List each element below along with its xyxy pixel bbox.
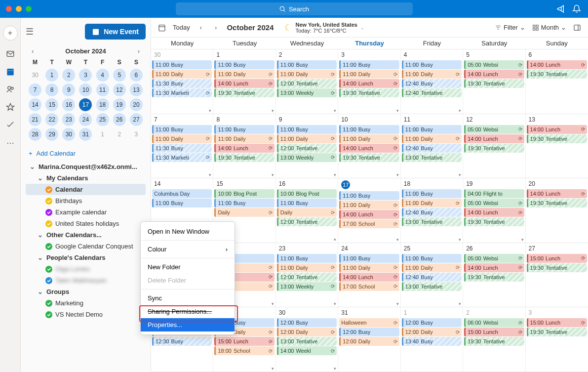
day-cell[interactable]: 1904:00Flight to05:00Websi⟳14:00Lunch⟳19… xyxy=(463,178,525,243)
event[interactable]: 11:00Busy xyxy=(402,60,462,69)
calendar-item[interactable]: Talen Malkhasyan xyxy=(26,275,146,286)
event[interactable]: 11:00Daily⟳ xyxy=(214,70,274,79)
mini-day[interactable]: 20 xyxy=(130,98,143,111)
more-events-icon[interactable]: ▾ xyxy=(396,172,399,177)
mini-day[interactable]: 2 xyxy=(62,69,75,82)
event[interactable]: 12:00Tentative xyxy=(277,217,337,226)
event[interactable]: 11:00Daily⟳ xyxy=(402,199,462,207)
event[interactable]: 05:00Websi⟳ xyxy=(464,125,524,134)
mini-day[interactable]: 10 xyxy=(79,83,92,96)
event[interactable]: 13:00Weekly⟳ xyxy=(277,153,337,162)
groups-item[interactable]: ⌄Groups xyxy=(26,286,146,297)
more-events-icon[interactable]: ▾ xyxy=(272,366,274,371)
mini-day[interactable]: 24 xyxy=(79,113,92,126)
event[interactable]: 11:00Busy xyxy=(152,199,212,207)
today-button[interactable]: Today xyxy=(173,24,190,31)
mini-day[interactable]: 12 xyxy=(113,83,126,96)
event[interactable]: 14:00Lunch⟳ xyxy=(339,79,399,88)
day-cell[interactable]: 315:00Lunch⟳19:30Tentative xyxy=(526,307,588,372)
day-cell[interactable]: 112:00Busy12:00Daily⟳13:40Busy xyxy=(401,307,463,372)
event[interactable]: 11:00Busy xyxy=(339,191,399,200)
event[interactable]: 11:00Busy xyxy=(277,60,337,69)
maximize-window-button[interactable] xyxy=(26,6,32,12)
more-events-icon[interactable]: ▾ xyxy=(334,172,336,177)
event[interactable]: 11:00Busy xyxy=(402,125,462,134)
mini-day[interactable]: 28 xyxy=(29,128,41,141)
event[interactable]: 17:00School⟳ xyxy=(339,219,399,228)
filter-button[interactable]: Filter ⌄ xyxy=(495,24,525,31)
event[interactable]: 19:30Tentative xyxy=(464,217,524,226)
more-events-icon[interactable]: ▾ xyxy=(334,237,336,242)
event[interactable]: 12:00Tentative xyxy=(277,79,337,88)
day-cell[interactable]: 206:00Websi⟳15:00Lunch⟳19:30Tentative xyxy=(463,307,525,372)
event[interactable]: 06:00Websi⟳ xyxy=(464,318,524,327)
more-events-icon[interactable]: ▾ xyxy=(209,172,211,177)
event[interactable]: 11:00Daily⟳ xyxy=(402,134,462,143)
view-button[interactable]: Month ⌄ xyxy=(532,24,566,31)
event[interactable]: 12:00Busy xyxy=(339,328,399,336)
event[interactable]: 12:00Tentative xyxy=(277,273,337,282)
event[interactable]: 12:40Busy xyxy=(402,273,462,282)
event[interactable]: 14:00Lunch⟳ xyxy=(527,60,587,69)
day-cell[interactable]: 111:00Busy11:00Daily⟳14:00Lunch⟳19:30Ten… xyxy=(213,49,275,114)
day-cell[interactable]: 1811:00Busy11:00Daily⟳12:40Busy13:00Tent… xyxy=(401,178,463,243)
event[interactable]: 19:30Tentative xyxy=(339,153,399,162)
mini-day[interactable]: 1 xyxy=(45,69,58,82)
event[interactable]: 11:00Busy xyxy=(402,254,462,263)
event[interactable]: 11:00Daily⟳ xyxy=(339,134,399,143)
event[interactable]: 13:00Weekly⟳ xyxy=(277,282,337,291)
account-item[interactable]: ⌄Marina.Conquest@x462x.onmi... xyxy=(26,161,146,172)
group-item[interactable]: VS Nectel Demo xyxy=(26,309,146,320)
event[interactable]: 19:30Tentative xyxy=(527,328,587,336)
event[interactable]: 12:40Busy xyxy=(402,208,462,217)
day-cell[interactable]: 811:00Busy11:00Daily⟳14:00Lunch⟳19:30Ten… xyxy=(213,114,275,178)
day-cell[interactable]: 1011:00Busy11:00Daily⟳14:00Lunch⟳19:30Te… xyxy=(338,114,400,178)
mini-day[interactable]: 9 xyxy=(62,83,75,96)
my-calendars-item[interactable]: ⌄My Calendars xyxy=(26,172,146,184)
event[interactable]: 11:30Marketi⟳ xyxy=(152,88,212,97)
event[interactable]: 11:00Daily⟳ xyxy=(339,263,399,272)
event[interactable]: 12:00Tentative xyxy=(277,144,337,153)
menu-open-new-window[interactable]: Open in New Window xyxy=(141,225,235,238)
day-cell[interactable]: 411:00Busy11:00Daily⟳12:40Busy12:40Tenta… xyxy=(401,49,463,114)
event[interactable]: 11:00Busy xyxy=(339,125,399,134)
day-cell[interactable]: 2511:00Busy11:00Daily⟳12:40Busy13:00Tent… xyxy=(401,243,463,307)
event[interactable]: 13:00Tentative xyxy=(402,153,462,162)
event[interactable]: 11:00Daily⟳ xyxy=(339,201,399,209)
mini-day[interactable]: 2 xyxy=(113,128,126,141)
mini-day[interactable]: 22 xyxy=(45,113,58,126)
calendar-icon[interactable] xyxy=(6,67,15,76)
event[interactable]: 19:30Tentative xyxy=(214,88,274,97)
mini-day[interactable]: 13 xyxy=(130,83,143,96)
event[interactable]: Daily⟳ xyxy=(277,208,337,217)
mini-day[interactable]: 7 xyxy=(29,83,41,96)
event[interactable]: 05:00Websi⟳ xyxy=(464,254,524,263)
mini-day[interactable]: 16 xyxy=(62,98,75,111)
mini-day[interactable]: 25 xyxy=(96,113,109,126)
minimize-window-button[interactable] xyxy=(16,6,22,12)
more-events-icon[interactable]: ▾ xyxy=(396,301,399,306)
event[interactable]: 14:00Lunch⟳ xyxy=(527,125,587,134)
more-events-icon[interactable]: ▾ xyxy=(396,108,399,113)
event[interactable]: 11:30Busy xyxy=(152,144,212,153)
event[interactable]: 14:00Lunch⟳ xyxy=(339,210,399,219)
mini-day[interactable]: 11 xyxy=(96,83,109,96)
event[interactable]: 12:00Daily⟳ xyxy=(339,337,399,346)
mini-day[interactable]: 26 xyxy=(113,113,126,126)
more-events-icon[interactable]: ▾ xyxy=(396,237,399,242)
day-cell[interactable]: 2311:00Busy11:00Daily⟳12:00Tentative13:0… xyxy=(276,243,338,307)
event[interactable]: Halloween⟳ xyxy=(339,318,399,327)
event[interactable]: 11:00Daily⟳ xyxy=(402,70,462,79)
menu-colour[interactable]: Colour › xyxy=(141,243,235,256)
event[interactable]: 11:30Marketi⟳ xyxy=(152,153,212,162)
mini-day[interactable]: 14 xyxy=(29,98,41,111)
day-cell[interactable]: 711:00Busy11:00Daily⟳11:30Busy11:30Marke… xyxy=(151,114,213,178)
event[interactable]: 17:00School⟳ xyxy=(339,282,399,291)
event[interactable]: 10:00Blog Post xyxy=(277,189,337,198)
event[interactable]: Columbus Day xyxy=(152,189,212,198)
event[interactable]: 14:00Lunch⟳ xyxy=(339,144,399,153)
event[interactable]: 12:00Daily⟳ xyxy=(402,328,462,336)
event[interactable]: 19:30Tentative xyxy=(214,153,274,162)
event[interactable]: 11:00Daily⟳ xyxy=(277,70,337,79)
more-events-icon[interactable]: ▾ xyxy=(521,237,524,242)
